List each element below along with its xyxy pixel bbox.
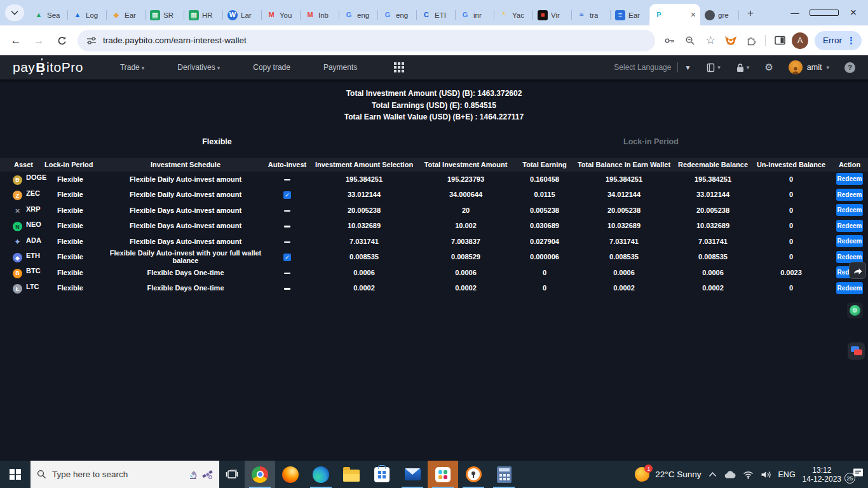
- forward-button[interactable]: →: [29, 31, 48, 50]
- schedule-cell: Flexible Days Auto-invest amount: [109, 203, 262, 219]
- slack-taskbar-icon[interactable]: [428, 461, 458, 488]
- paybito-icon: P: [654, 10, 664, 20]
- wifi-icon[interactable]: [743, 470, 754, 479]
- browser-tab[interactable]: ◆Ear: [107, 4, 146, 25]
- metamask-extension-icon[interactable]: [722, 32, 739, 49]
- browser-tab[interactable]: ≈tra: [572, 4, 611, 25]
- apps-grid-icon[interactable]: [394, 62, 404, 72]
- orders-menu[interactable]: ▾: [706, 63, 721, 72]
- support-widget-button[interactable]: ⚙: [847, 302, 863, 318]
- search-decoration: [188, 470, 213, 480]
- task-view-button[interactable]: [219, 461, 245, 488]
- windows-logo-icon: [10, 469, 21, 480]
- redeem-button[interactable]: Redeem: [836, 189, 863, 201]
- tab-lock-in-period[interactable]: Lock-in Period: [434, 133, 868, 150]
- maximize-button[interactable]: [810, 0, 839, 25]
- keyboard-language[interactable]: ENG: [778, 470, 796, 479]
- browser-tab[interactable]: ■Vir: [533, 4, 572, 25]
- tray-overflow-chevron[interactable]: [709, 471, 717, 477]
- browser-tab[interactable]: Geng: [378, 4, 417, 25]
- value-cell-5: 0: [751, 280, 831, 296]
- reload-button[interactable]: [52, 31, 71, 50]
- extensions-puzzle-icon[interactable]: [743, 32, 759, 49]
- openvpn-taskbar-icon[interactable]: [458, 461, 489, 488]
- file-explorer-taskbar-icon[interactable]: [336, 461, 367, 488]
- onedrive-icon[interactable]: [724, 470, 736, 478]
- back-button[interactable]: ←: [6, 31, 25, 50]
- password-key-icon[interactable]: [661, 32, 678, 49]
- side-panel-icon[interactable]: [771, 32, 788, 49]
- browser-tab[interactable]: ▲Log: [68, 4, 107, 25]
- nav-item-trade[interactable]: Trade▾: [120, 63, 144, 72]
- browser-tab[interactable]: *Yac: [494, 4, 533, 25]
- tab-close-icon[interactable]: ×: [691, 10, 696, 20]
- screen: ▲Sea▲Log◆Ear▦SR▦HRWLarMYouMInbGengGengCE…: [0, 0, 868, 488]
- nav-item-derivatives[interactable]: Derivatives▾: [177, 63, 220, 72]
- volume-icon[interactable]: [761, 470, 771, 479]
- browser-profile-avatar[interactable]: A: [792, 32, 808, 49]
- close-button[interactable]: ×: [839, 0, 868, 25]
- reload-icon: [57, 36, 67, 46]
- browser-tab[interactable]: ▦HR: [184, 4, 223, 25]
- help-icon[interactable]: ?: [844, 62, 855, 73]
- browser-tab[interactable]: Ginr: [456, 4, 494, 25]
- browser-tab[interactable]: ▦SR: [146, 4, 184, 25]
- browser-tab[interactable]: gre: [700, 4, 739, 25]
- browser-tab[interactable]: CETI: [417, 4, 456, 25]
- bookmark-star-icon[interactable]: ☆: [702, 32, 719, 49]
- language-selector[interactable]: Select Language ▼: [614, 62, 691, 72]
- tab-flexible[interactable]: Flexible: [0, 133, 434, 150]
- edge-taskbar-icon[interactable]: [306, 461, 336, 488]
- weather-widget[interactable]: 1 22°C Sunny: [635, 467, 701, 482]
- nav-item-label: Copy trade: [253, 63, 290, 72]
- taskbar-search-input[interactable]: Type here to search: [31, 461, 219, 488]
- settings-gear-icon[interactable]: ⚙: [764, 62, 773, 73]
- start-button[interactable]: [0, 461, 31, 488]
- column-header-un-invested-balance: Un-invested Balance: [751, 158, 831, 172]
- firefox-taskbar-icon[interactable]: [275, 461, 306, 488]
- browser-tab-active[interactable]: P×: [649, 4, 700, 25]
- browser-tab[interactable]: Geng: [339, 4, 378, 25]
- asset-label: LTC: [26, 283, 39, 290]
- url-text[interactable]: trade.paybito.com/earn-interest-wallet: [103, 36, 247, 45]
- browser-tab[interactable]: MInb: [301, 4, 339, 25]
- action-center-button[interactable]: 25: [851, 468, 864, 481]
- redeem-button[interactable]: Redeem: [836, 173, 863, 185]
- redeem-button[interactable]: Redeem: [836, 235, 863, 247]
- chrome-taskbar-icon[interactable]: [245, 461, 275, 488]
- paybito-logo[interactable]: payBitoPro: [13, 60, 83, 75]
- action-cell: Redeem: [831, 280, 868, 296]
- user-menu[interactable]: amit ▾: [789, 60, 829, 74]
- browser-tab[interactable]: MYou: [262, 4, 301, 25]
- browser-tab[interactable]: ≡Ear: [611, 4, 649, 25]
- address-bar[interactable]: trade.paybito.com/earn-interest-wallet: [78, 30, 655, 51]
- tab-title: Ear: [125, 11, 136, 19]
- redeem-button[interactable]: Redeem: [836, 251, 863, 263]
- browser-menu-error-button[interactable]: Error ⋮: [815, 31, 862, 50]
- language-dropdown-icon[interactable]: ▼: [684, 64, 691, 71]
- new-tab-button[interactable]: +: [742, 4, 759, 22]
- kebab-menu-icon[interactable]: ⋮: [846, 35, 856, 46]
- chat-widget-button[interactable]: [848, 342, 865, 360]
- clock[interactable]: 13:12 14-12-2023: [803, 466, 841, 484]
- nav-item-copy-trade[interactable]: Copy trade: [253, 63, 290, 72]
- browser-tab[interactable]: ▲Sea: [29, 4, 68, 25]
- auto-invest-checkbox-checked[interactable]: ✓: [283, 191, 291, 199]
- lock-in-cell: Flexible: [38, 172, 109, 187]
- tab-title: Lar: [241, 11, 252, 19]
- redeem-button[interactable]: Redeem: [836, 282, 863, 294]
- minimize-button[interactable]: —: [780, 0, 810, 25]
- calculator-taskbar-icon[interactable]: [489, 461, 519, 488]
- browser-tab[interactable]: WLar: [223, 4, 262, 25]
- auto-invest-checkbox-checked[interactable]: ✓: [283, 254, 291, 261]
- wallet-menu[interactable]: ▾: [736, 63, 750, 72]
- share-widget-button[interactable]: [849, 262, 866, 279]
- nav-item-payments[interactable]: Payments: [323, 63, 357, 72]
- redeem-button[interactable]: Redeem: [836, 220, 863, 232]
- tab-search-button[interactable]: [5, 4, 24, 21]
- asset-cell: ×XRP: [0, 203, 38, 219]
- store-taskbar-icon[interactable]: [367, 461, 397, 488]
- zoom-icon[interactable]: [682, 32, 698, 49]
- mail-taskbar-icon[interactable]: [397, 461, 428, 488]
- redeem-button[interactable]: Redeem: [836, 204, 863, 216]
